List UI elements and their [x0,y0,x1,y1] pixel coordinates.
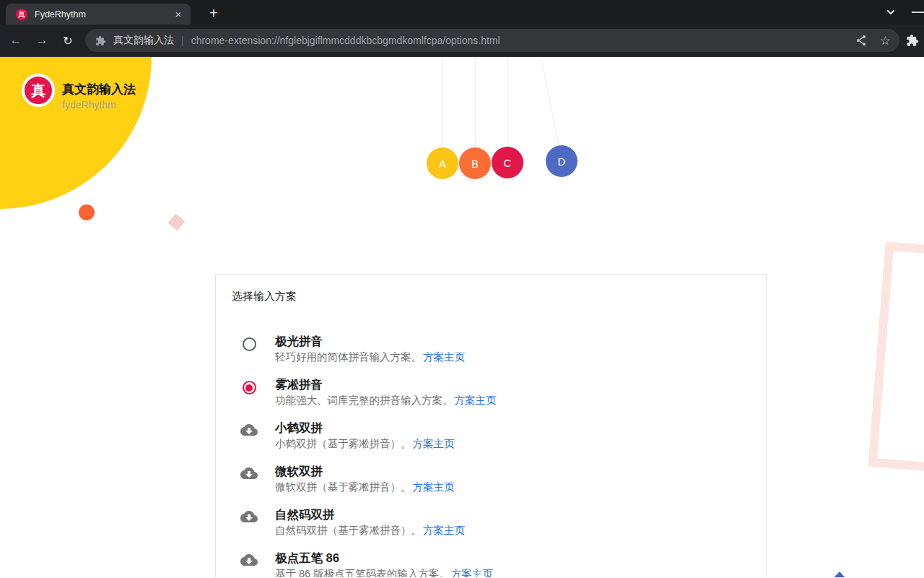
scheme-name: 雾凇拼音 [275,376,497,393]
scheme-homepage-link[interactable]: 方案主页 [423,351,465,363]
tab-favicon-icon: 真 [16,9,27,20]
browser-toolbar: ← → ↻ 真文韵输入法 | chrome-extension://nfgleb… [0,25,924,57]
cloud-download-icon[interactable] [240,424,258,437]
scheme-homepage-link[interactable]: 方案主页 [423,525,465,536]
scheme-description: 基于 86 版极点五笔码表的输入方案。方案主页 [275,566,493,577]
cloud-download-icon[interactable] [240,554,258,567]
scheme-name: 微软双拼 [275,462,455,480]
tab-title: FydeRhythm [35,9,170,20]
app-subtitle: fydeRhythm [62,99,116,111]
pendulum-ball-b: B [459,147,491,179]
extension-name-label: 真文韵输入法 [113,34,174,47]
scheme-homepage-link[interactable]: 方案主页 [455,394,497,406]
scheme-description: 微软双拼（基于雾凇拼音）。方案主页 [275,480,455,494]
scheme-name: 小鹤双拼 [275,419,455,436]
scheme-homepage-link[interactable]: 方案主页 [413,481,455,493]
scheme-homepage-link[interactable]: 方案主页 [451,568,493,577]
reload-button[interactable]: ↻ [58,34,78,48]
scheme-description: 功能强大、词库完整的拼音输入方案。方案主页 [275,393,497,407]
scheme-description-text: 轻巧好用的简体拼音输入方案。 [275,351,422,363]
scheme-description-text: 基于 86 版极点五笔码表的输入方案。 [275,568,450,577]
cloud-download-icon[interactable] [240,467,258,480]
radio-checked-icon[interactable] [243,381,256,394]
radio-dot [245,384,253,392]
yellow-quarter-circle-decoration [0,57,152,209]
scheme-row-ziranma-shuangpin[interactable]: 自然码双拼 自然码双拼（基于雾凇拼音）。方案主页 [232,506,750,538]
card-title: 选择输入方案 [232,290,750,303]
scheme-description-text: 自然码双拼（基于雾凇拼音）。 [275,525,422,536]
extensions-menu-puzzle-icon[interactable] [906,34,919,47]
scheme-selection-card: 选择输入方案 极光拼音 轻巧好用的简体拼音输入方案。方案主页 雾凇拼音 功能强大… [215,274,767,577]
app-logo: 真 [22,74,55,107]
tab-strip: 真 FydeRhythm × + [0,0,924,25]
window-minimize-button[interactable] [912,12,924,13]
cloud-download-icon[interactable] [240,511,258,524]
browser-tab[interactable]: 真 FydeRhythm × [6,4,191,25]
scheme-homepage-link[interactable]: 方案主页 [413,438,455,449]
tab-list-chevron-down-icon[interactable] [885,7,897,21]
pendulum-ball-c: C [492,147,523,178]
pendulum-string [507,57,508,147]
pendulum-ball-d: D [546,145,578,177]
new-tab-button[interactable]: + [204,3,224,23]
blue-triangle-decoration [832,571,847,577]
scheme-row-jiguang-pinyin[interactable]: 极光拼音 轻巧好用的简体拼音输入方案。方案主页 [232,332,750,364]
forward-button[interactable]: → [32,33,52,48]
scheme-description: 小鹤双拼（基于雾凇拼音）。方案主页 [275,436,455,451]
address-bar[interactable]: 真文韵输入法 | chrome-extension://nfglebjgiflm… [85,29,899,52]
scheme-description: 轻巧好用的简体拼音输入方案。方案主页 [275,350,465,364]
scheme-row-jidian-wubi-86[interactable]: 极点五笔 86 基于 86 版极点五笔码表的输入方案。方案主页 [232,549,750,577]
pendulum-ball-a: A [427,147,458,179]
tab-close-icon[interactable]: × [170,8,186,20]
scheme-description-text: 微软双拼（基于雾凇拼音）。 [275,481,411,493]
scheme-row-weiruan-shuangpin[interactable]: 微软双拼 微软双拼（基于雾凇拼音）。方案主页 [232,462,750,494]
pendulum-string [443,57,443,148]
app-title: 真文韵输入法 [62,81,136,98]
page-url: chrome-extension://nfglebjgiflmmcdddkbcb… [191,35,842,46]
scheme-description-text: 小鹤双拼（基于雾凇拼音）。 [275,438,411,449]
scheme-description: 自然码双拼（基于雾凇拼音）。方案主页 [275,523,465,538]
url-separator: | [181,35,184,46]
pink-frame-decoration [868,241,924,482]
scheme-row-xiaohe-shuangpin[interactable]: 小鹤双拼 小鹤双拼（基于雾凇拼音）。方案主页 [232,419,750,451]
radio-unchecked-icon[interactable] [243,337,256,351]
scheme-description-text: 功能强大、词库完整的拼音输入方案。 [275,394,453,406]
options-page: 真 真文韵输入法 fydeRhythm A B C D 选择输入方案 极光拼音 … [0,57,924,577]
bookmark-star-icon[interactable]: ☆ [880,33,891,48]
extension-puzzle-icon [95,35,106,46]
scheme-row-wusong-pinyin[interactable]: 雾凇拼音 功能强大、词库完整的拼音输入方案。方案主页 [232,376,750,407]
scheme-name: 极光拼音 [275,332,465,350]
scheme-name: 自然码双拼 [275,506,465,523]
pendulum-string [541,57,559,148]
share-icon[interactable] [855,35,867,46]
scheme-name: 极点五笔 86 [275,549,493,566]
orange-dot-decoration [79,204,95,220]
pendulum-string [475,57,476,148]
back-button[interactable]: ← [6,33,26,48]
pink-square-decoration [168,214,186,231]
